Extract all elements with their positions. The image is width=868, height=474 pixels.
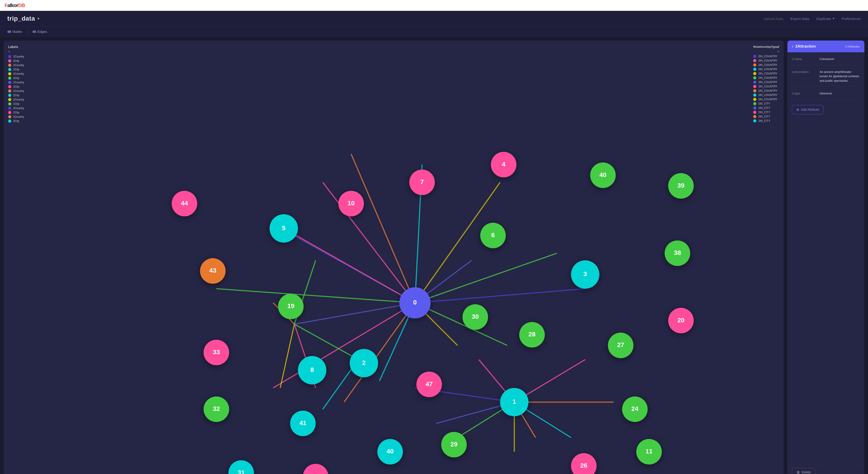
panel-title: › 2Attraction [792,44,816,49]
rel-item: 2IN_COUNTRY [753,76,779,80]
attr-value: An ancient amphitheater known for gladia… [819,70,860,83]
rel-item: 2IN_COUNTRY [753,89,779,92]
attr-value: Historical [819,91,832,96]
legend-item: 2City [8,120,24,123]
rel-label: 2IN_COUNTRY [758,85,777,88]
labels-list: 2Country2City2Country2City2Country2City2… [8,55,24,123]
svg-text:33: 33 [213,348,220,356]
svg-text:29: 29 [451,441,458,448]
db-dropdown-chevron[interactable]: ▾ [37,16,39,21]
rel-dot [753,111,756,114]
legend-item: 2Country [8,89,24,93]
legend-dot [8,102,11,105]
svg-text:6: 6 [491,231,495,239]
rel-dot [753,102,756,105]
rel-label: 2IN_COUNTRY [758,55,777,58]
rel-item: 2IN_CITY [753,102,779,105]
rel-label: 2IN_COUNTRY [758,63,777,67]
rel-label: 2IN_COUNTRY [758,68,777,71]
edges-count: 45 [32,30,36,33]
rel-item: 2IN_COUNTRY [753,63,779,67]
legend-dot [8,55,11,58]
rel-toggle[interactable]: ∧ [753,50,779,53]
duplicate-group: Duplicate ▾ [816,17,835,21]
svg-text:39: 39 [677,182,684,189]
legend-label: 2Country [13,98,24,101]
nodes-label: Nodes [12,30,22,33]
duplicate-button[interactable]: Duplicate [816,17,831,21]
legend-dot [8,85,11,88]
rel-item: 2IN_CITY [753,119,779,123]
rel-item: 2IN_COUNTRY [753,81,779,84]
legend-dot [8,59,11,62]
legend-item: 2City [8,102,24,105]
panel-body: 2,name: Colosseum 2,description: An anci… [787,52,864,464]
legend-label: 2City [13,85,19,88]
attr-key: 2,description: [792,70,817,73]
svg-text:32: 32 [213,405,220,412]
preferences-button[interactable]: Preferences [842,17,861,21]
edges-stat: 45 Edges [32,30,47,33]
svg-text:47: 47 [426,380,433,387]
upload-data-button[interactable]: Upload Data [764,17,783,21]
duplicate-chevron-icon[interactable]: ▾ [833,17,835,21]
legend-label: 2City [13,59,19,62]
legend-label: 2Country [13,106,24,110]
svg-text:16: 16 [312,472,319,474]
rel-dot [753,119,756,123]
legend-label: 2Country [13,115,24,118]
rel-label: 2IN_COUNTRY [758,59,777,62]
svg-text:40: 40 [599,171,607,178]
svg-text:10: 10 [348,199,354,207]
rel-title: RelationshipTypes [753,45,779,49]
panel-title-text: 2Attraction [795,44,816,49]
rel-dot [753,72,756,75]
legend-label: 2Country [13,64,24,67]
attr-row: 2,name: Colosseum [792,57,860,65]
svg-text:11: 11 [645,447,652,455]
delete-button[interactable]: 🗑 Delete [792,468,815,474]
rel-label: 2IN_CITY [758,102,770,105]
legend-item: 2Country [8,115,24,118]
svg-text:0: 0 [413,298,417,306]
rel-label: 2IN_COUNTRY [758,94,777,97]
svg-text:43: 43 [209,267,216,274]
legend-item: 2Country [8,72,24,75]
add-attribute-button[interactable]: ⊕Add Attribute [792,105,824,114]
topbar: FalkorDB [0,0,868,11]
edges-label: Edges [37,30,47,33]
rel-label: 2IN_CITY [758,115,770,118]
db-title: trip_data [7,15,35,22]
legend-label: 2Country [13,89,24,93]
attr-key: 2,type: [792,91,817,95]
svg-text:40: 40 [386,447,394,455]
content: ⤢ Labels ∧ 2Country2City2Country2City2Co… [0,37,868,474]
legend-item: 2City [8,94,24,97]
rel-label: 2IN_CITY [758,119,770,123]
legend-dot [8,115,11,118]
rel-dot [753,68,756,71]
legend-dot [8,89,11,93]
graph-svg[interactable]: 0 5 44 4 40 39 7 10 6 [4,40,784,474]
svg-text:41: 41 [299,419,306,426]
rel-item: 2IN_COUNTRY [753,72,779,75]
main-header: trip_data ▾ Upload Data Export Data Dupl… [0,11,868,27]
right-panel: › 2Attraction 3 Attributes 2,name: Colos… [787,40,864,474]
export-data-button[interactable]: Export Data [790,17,809,21]
labels-toggle[interactable]: ∧ [8,50,24,53]
svg-text:44: 44 [181,199,188,207]
legend-dot [8,81,11,84]
attr-row: 2,description: An ancient amphitheater k… [792,70,860,87]
rel-dot [753,94,756,97]
svg-text:28: 28 [529,330,535,338]
logo: FalkorDB [4,2,25,8]
legend-dot [8,111,11,114]
rel-item: 2IN_COUNTRY [753,55,779,58]
legend-dot [8,72,11,75]
legend-dot [8,106,11,110]
svg-line-2 [351,154,415,303]
rel-dot [753,89,756,92]
legend-dot [8,76,11,80]
plus-circle-icon: ⊕ [796,107,799,112]
nodes-stat: 48 Nodes [7,30,22,33]
